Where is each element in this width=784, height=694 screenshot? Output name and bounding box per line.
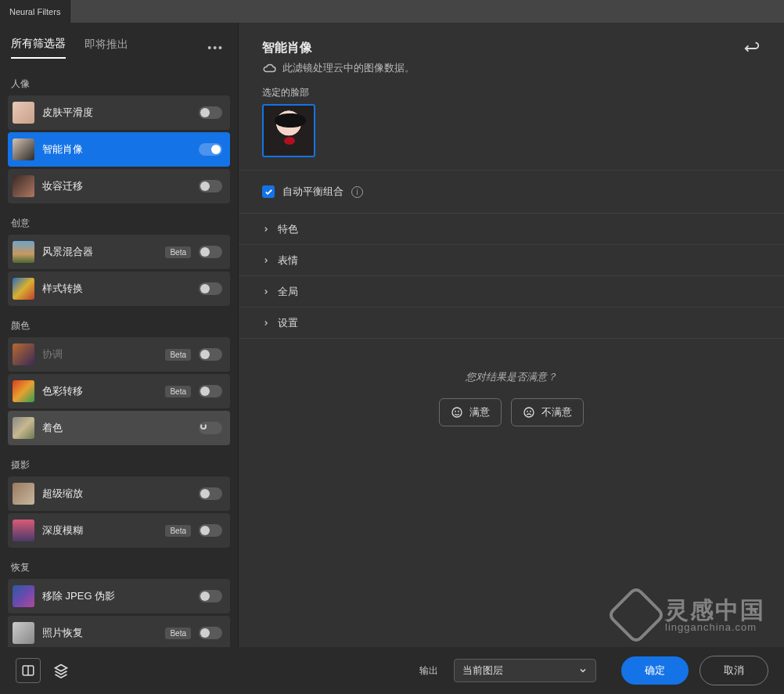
filter-smart-portrait[interactable]: 智能肖像 xyxy=(8,132,230,167)
filter-super-zoom[interactable]: 超级缩放 xyxy=(8,476,230,511)
info-icon[interactable]: i xyxy=(351,186,363,198)
smile-icon xyxy=(451,406,463,419)
beta-badge: Beta xyxy=(165,349,191,361)
filter-thumb-icon xyxy=(13,585,34,607)
filter-toggle[interactable] xyxy=(199,106,222,119)
accordion-expression[interactable]: 表情 xyxy=(239,245,784,276)
filter-color-transfer[interactable]: 色彩转移 Beta xyxy=(8,374,230,408)
filter-toggle[interactable] xyxy=(199,524,222,537)
filter-thumb-icon xyxy=(13,175,34,197)
accordion-label: 表情 xyxy=(278,254,298,268)
ok-button[interactable]: 确定 xyxy=(621,656,689,685)
filter-toggle[interactable] xyxy=(199,422,222,434)
svg-point-3 xyxy=(524,408,534,417)
filter-depth-blur[interactable]: 深度模糊 Beta xyxy=(8,513,230,548)
tab-all-filters[interactable]: 所有筛选器 xyxy=(11,37,66,59)
frown-icon xyxy=(523,406,535,419)
filter-thumb-icon xyxy=(13,520,34,541)
svg-point-4 xyxy=(527,411,528,412)
filter-label: 着色 xyxy=(42,421,191,435)
output-value: 当前图层 xyxy=(462,663,503,678)
filter-landscape-mixer[interactable]: 风景混合器 Beta xyxy=(8,235,230,269)
filter-toggle[interactable] xyxy=(199,348,222,361)
auto-balance-label: 自动平衡组合 xyxy=(282,185,343,199)
cancel-button[interactable]: 取消 xyxy=(699,656,768,685)
output-label: 输出 xyxy=(419,664,438,678)
beta-badge: Beta xyxy=(165,246,191,258)
filter-thumb-icon xyxy=(13,417,34,439)
filter-label: 皮肤平滑度 xyxy=(42,106,191,120)
feedback-yes-label: 满意 xyxy=(469,405,490,419)
chevron-down-icon xyxy=(578,666,588,675)
accordion-label: 设置 xyxy=(278,316,298,330)
svg-point-1 xyxy=(455,411,456,412)
filter-toggle[interactable] xyxy=(199,180,222,192)
accordion-label: 特色 xyxy=(278,222,298,236)
accordion-global[interactable]: 全局 xyxy=(239,276,784,307)
filter-label: 深度模糊 xyxy=(42,523,157,538)
section-portrait: 人像 xyxy=(8,67,230,95)
filter-thumb-icon xyxy=(13,622,34,644)
panel-title: 智能肖像 xyxy=(262,40,743,56)
filter-thumb-icon xyxy=(13,343,34,365)
cloud-icon xyxy=(262,61,276,75)
beta-badge: Beta xyxy=(165,386,191,397)
filter-thumb-icon xyxy=(13,102,34,124)
svg-point-5 xyxy=(530,411,531,412)
selected-face-thumb[interactable] xyxy=(262,104,315,157)
filter-label: 风景混合器 xyxy=(42,245,157,259)
section-color: 颜色 xyxy=(8,308,230,337)
filter-label: 照片恢复 xyxy=(42,626,157,640)
section-photo: 摄影 xyxy=(8,448,230,476)
filter-colorize[interactable]: 着色 xyxy=(8,411,230,445)
chevron-right-icon xyxy=(262,257,270,264)
chevron-right-icon xyxy=(262,288,270,296)
filter-toggle[interactable] xyxy=(199,143,222,156)
auto-balance-checkbox[interactable] xyxy=(262,185,275,198)
filter-toggle[interactable] xyxy=(199,282,222,295)
feedback-question: 您对结果是否满意？ xyxy=(239,370,784,384)
filter-toggle[interactable] xyxy=(199,590,222,602)
filter-skin-smoothing[interactable]: 皮肤平滑度 xyxy=(8,95,230,130)
filter-label: 智能肖像 xyxy=(42,142,191,156)
sidebar: 所有筛选器 即将推出 ••• 人像 皮肤平滑度 智能肖像 妆容迁移 创意 xyxy=(0,23,239,694)
filter-thumb-icon xyxy=(13,278,34,300)
beta-badge: Beta xyxy=(165,525,191,537)
filter-label: 移除 JPEG 伪影 xyxy=(42,589,191,603)
svg-point-0 xyxy=(452,408,462,417)
tab-coming-soon[interactable]: 即将推出 xyxy=(85,38,128,58)
filter-style-transfer[interactable]: 样式转换 xyxy=(8,271,230,306)
beta-badge: Beta xyxy=(165,627,191,639)
filter-toggle[interactable] xyxy=(199,246,222,258)
feedback-no-button[interactable]: 不满意 xyxy=(511,398,584,426)
chevron-right-icon xyxy=(262,319,270,327)
filter-label: 超级缩放 xyxy=(42,487,191,501)
filter-thumb-icon xyxy=(13,483,34,505)
more-icon[interactable]: ••• xyxy=(207,41,227,54)
content-panel: 智能肖像 此滤镜处理云中的图像数据。 选定的脸部 自动平衡组合 i 特色 xyxy=(239,23,784,694)
filter-toggle[interactable] xyxy=(199,627,222,639)
watermark: 灵感中国 lingganchina.com xyxy=(615,594,765,636)
filter-thumb-icon xyxy=(13,380,34,402)
filter-label: 样式转换 xyxy=(42,282,191,296)
accordion-settings[interactable]: 设置 xyxy=(239,307,784,339)
output-select[interactable]: 当前图层 xyxy=(454,659,596,682)
filter-makeup-transfer[interactable]: 妆容迁移 xyxy=(8,169,230,203)
bottom-bar: 输出 当前图层 确定 取消 xyxy=(0,647,784,694)
section-creative: 创意 xyxy=(8,206,230,235)
reset-icon[interactable] xyxy=(743,40,761,57)
filter-toggle[interactable] xyxy=(199,487,222,500)
filter-label: 色彩转移 xyxy=(42,384,157,398)
filter-photo-restoration[interactable]: 照片恢复 Beta xyxy=(8,616,230,650)
window-tab[interactable]: Neural Filters xyxy=(0,0,70,23)
preview-toggle-button[interactable] xyxy=(16,658,41,683)
layers-icon[interactable] xyxy=(52,661,70,680)
accordion-features[interactable]: 特色 xyxy=(239,214,784,245)
filter-label: 协调 xyxy=(42,347,157,361)
feedback-yes-button[interactable]: 满意 xyxy=(439,398,502,426)
chevron-right-icon xyxy=(262,225,270,233)
filter-label: 妆容迁移 xyxy=(42,179,191,193)
filter-harmonize[interactable]: 协调 Beta xyxy=(8,337,230,372)
filter-jpeg-artifacts[interactable]: 移除 JPEG 伪影 xyxy=(8,579,230,613)
filter-toggle[interactable] xyxy=(199,385,222,397)
